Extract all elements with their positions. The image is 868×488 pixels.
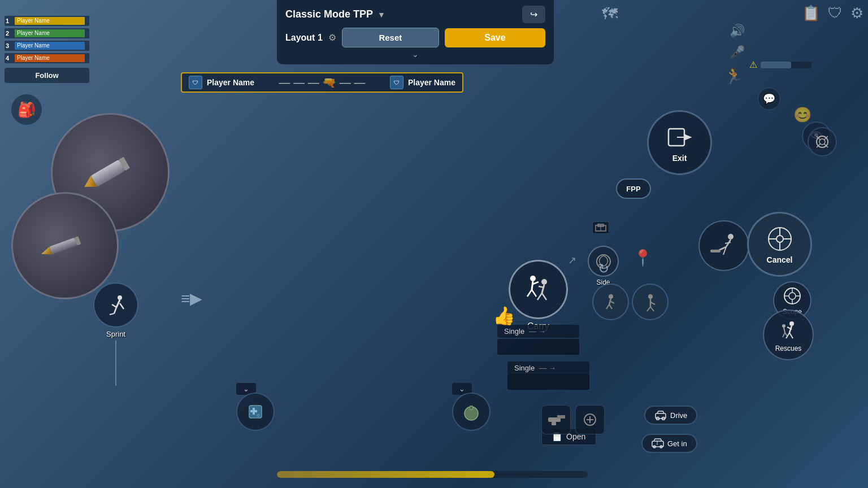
rotate-icon[interactable]: ↻ (598, 261, 609, 277)
tablet-icon[interactable]: 📋 (802, 5, 820, 22)
svg-rect-54 (710, 250, 721, 252)
sprint-circle[interactable] (93, 282, 138, 328)
prone-svg (709, 231, 739, 260)
fire-option-1[interactable]: Single — → (497, 325, 579, 338)
fire-bar-2 (507, 374, 589, 390)
shield-icon-tr[interactable]: 🛡 (828, 5, 843, 22)
banner-weapon-icon: — — — 🔫 — — (259, 76, 385, 89)
svg-line-74 (783, 333, 785, 337)
svg-point-66 (776, 236, 783, 242)
drive-button[interactable]: Drive (644, 406, 697, 425)
mode-dropdown-arrow[interactable]: ▼ (377, 10, 385, 19)
melee-icon[interactable] (575, 405, 605, 434)
svg-rect-43 (552, 422, 556, 425)
svg-point-21 (609, 294, 613, 299)
svg-line-24 (609, 304, 612, 309)
sprint-label: Sprint (106, 330, 125, 338)
object-box-icon[interactable] (592, 221, 609, 234)
svg-text:0: 0 (257, 413, 260, 418)
warning-icon: ⚠ (749, 59, 757, 70)
fpp-button[interactable]: FPP (616, 178, 651, 199)
carry-figure-svg (520, 272, 557, 308)
player-banner: 🛡 Player Name — — — 🔫 — — 🛡 Player Name (181, 72, 463, 93)
get-in-button[interactable]: Get in (641, 434, 697, 453)
mic-icon[interactable]: 🎤 (730, 45, 745, 60)
player-name-1: Player Name (17, 18, 50, 24)
svg-point-26 (648, 294, 653, 299)
prone-shooter-icon[interactable] (698, 220, 749, 271)
fire-arrow-2: — → (539, 364, 556, 372)
follow-button[interactable]: Follow (5, 68, 89, 83)
get-in-label: Get in (667, 439, 687, 448)
bottom-circle-2[interactable]: 0 (236, 393, 275, 431)
emoji-icon[interactable]: 😊 (793, 106, 811, 124)
sprint-line (115, 341, 116, 386)
action-circle-2[interactable] (632, 284, 669, 320)
score-row-2[interactable]: 2 Player Name (5, 28, 89, 38)
score-row-1[interactable]: 1 Player Name (5, 16, 89, 26)
map-icon[interactable]: 🗺 (602, 5, 618, 23)
carry-circle[interactable] (509, 260, 568, 319)
action-figure-2-svg (640, 292, 661, 312)
score-bar-3: Player Name (15, 42, 85, 50)
svg-line-70 (789, 333, 793, 338)
sprint-button[interactable]: Sprint (93, 282, 138, 386)
layout-gear-icon[interactable]: ⚙ (328, 32, 336, 43)
svg-rect-2 (50, 238, 77, 255)
arrow-direction-icon[interactable]: ↗ (568, 254, 576, 267)
reset-button[interactable]: Reset (342, 28, 439, 47)
mode-title-text: Classic Mode TPP (285, 8, 373, 20)
medkit-icon-svg: 0 (245, 401, 266, 422)
action-circle-1[interactable] (592, 284, 629, 320)
save-button[interactable]: Save (445, 28, 545, 47)
view-mode-svg (814, 133, 831, 150)
chat-icon[interactable]: 💬 (758, 88, 780, 110)
top-bar: Classic Mode TPP ▼ ↪ Layout 1 ⚙ Reset Sa… (277, 0, 554, 64)
fire-option-2[interactable]: Single — → (507, 361, 589, 374)
sprint-figure-svg (104, 293, 128, 317)
svg-line-73 (784, 328, 785, 333)
svg-line-17 (537, 293, 542, 300)
single-label-1: Single (504, 327, 524, 336)
box-svg (594, 223, 607, 232)
rescues-label: Rescues (775, 345, 802, 352)
bottom-circle-1[interactable] (452, 393, 491, 431)
svg-line-23 (606, 304, 609, 309)
layout-label: Layout 1 (285, 33, 323, 43)
view-mode-icon[interactable] (808, 127, 837, 156)
exit-top-button[interactable]: ↪ (522, 6, 545, 23)
svg-line-13 (532, 290, 536, 297)
carry-button[interactable]: Carry (509, 260, 568, 332)
svg-line-14 (533, 282, 539, 284)
rescues-icon-svg (776, 318, 801, 343)
svg-line-9 (120, 303, 124, 309)
svg-line-29 (650, 307, 654, 311)
exit-large-button[interactable]: Exit (647, 110, 712, 175)
exit-arrow-icon: ↪ (530, 10, 537, 19)
score-row-3[interactable]: 3 Player Name (5, 41, 89, 51)
svg-point-56 (789, 293, 796, 299)
pistol-icon[interactable] (541, 405, 571, 434)
team-icon-2: 🛡 (390, 76, 403, 89)
exit-large-label: Exit (672, 154, 687, 163)
pistol-svg (546, 412, 566, 428)
rescues-button[interactable]: Rescues (763, 310, 814, 360)
chevron-down-bar: ⌄ (285, 50, 545, 59)
thumbs-up-icon[interactable]: 👍 (493, 305, 515, 326)
svg-line-11 (532, 281, 533, 290)
score-bar-2: Player Name (15, 29, 85, 37)
banner-player-name-1: Player Name (207, 78, 254, 87)
score-row-4[interactable]: 4 Player Name (5, 53, 89, 63)
gear-icon-tr[interactable]: ⚙ (850, 5, 863, 22)
rank-3: 3 (6, 42, 12, 49)
alert-bar (761, 62, 811, 68)
cancel-button[interactable]: Cancel (747, 212, 812, 277)
backpack-icon[interactable]: 🎒 (10, 93, 43, 126)
location-pin-icon[interactable]: 📍 (633, 249, 653, 267)
exit-icon-svg (666, 123, 694, 151)
list-icon[interactable]: ≡▶ (181, 289, 202, 308)
run-icon-tr[interactable]: 🏃 (724, 67, 744, 85)
volume-icon[interactable]: 🔊 (730, 24, 745, 38)
svg-line-6 (112, 304, 116, 307)
svg-rect-0 (91, 160, 125, 187)
